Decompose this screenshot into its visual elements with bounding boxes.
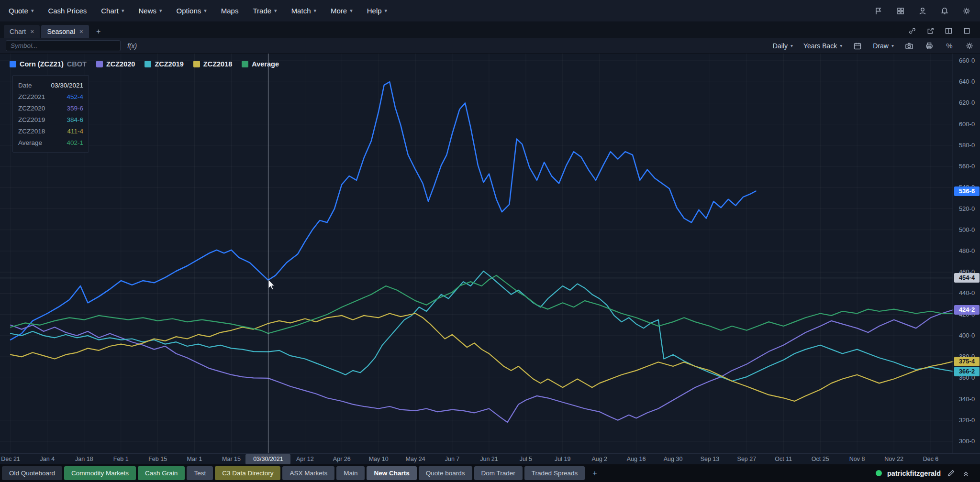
menu-item-options[interactable]: Options▾ (177, 7, 207, 15)
function-button[interactable]: f(x) (127, 42, 137, 50)
menu-item-match[interactable]: Match▾ (291, 7, 316, 15)
online-status-dot (876, 470, 882, 476)
notifications-icon[interactable] (940, 6, 949, 16)
price-badge-zcz2019: 366-2 (954, 367, 980, 376)
price-badge-zcz2018: 375-4 (954, 357, 980, 366)
link-icon[interactable] (907, 26, 917, 35)
symbol-input[interactable] (6, 40, 121, 51)
legend-item-zcz2020[interactable]: ZCZ2020 (96, 60, 135, 68)
chevron-down-icon: ▾ (31, 8, 34, 14)
workspace-tab-test[interactable]: Test (187, 466, 213, 480)
legend-label: Average (252, 60, 279, 68)
menu-label: Match (291, 7, 311, 15)
username[interactable]: patrickfitzgerald (887, 470, 941, 477)
workspace-tab-commodity-markets[interactable]: Commodity Markets (64, 466, 136, 480)
menu-item-maps[interactable]: Maps (221, 7, 239, 15)
chevron-down-icon: ▾ (159, 8, 162, 14)
menu-item-cash-prices[interactable]: Cash Prices (48, 7, 87, 15)
draw-dropdown[interactable]: Draw▾ (873, 42, 894, 50)
price-tick: 500-0 (953, 226, 980, 233)
edit-icon[interactable] (946, 469, 956, 478)
tooltip-row-zcz2019: ZCZ2019384-6 (18, 114, 83, 125)
workspace-tab-main[interactable]: Main (336, 466, 365, 480)
maximize-icon[interactable] (962, 26, 971, 35)
main-menu: Quote▾Cash PricesChart▾News▾Options▾Maps… (9, 7, 387, 15)
crosshair-tooltip: Date03/30/2021ZCZ2021452-4ZCZ2020359-6ZC… (12, 75, 89, 153)
top-menubar: Quote▾Cash PricesChart▾News▾Options▾Maps… (0, 0, 980, 22)
open-external-icon[interactable] (925, 26, 935, 35)
tab-chart[interactable]: Chart× (4, 25, 40, 38)
chevron-down-icon: ▾ (274, 8, 277, 14)
panels-icon[interactable] (944, 26, 953, 35)
tab-seasonal[interactable]: Seasonal× (41, 25, 89, 38)
legend-label: ZCZ2020 (106, 60, 135, 68)
apps-grid-icon[interactable] (896, 6, 905, 16)
print-icon[interactable] (924, 41, 934, 51)
tooltip-label: ZCZ2021 (18, 93, 45, 100)
seasonal-chart-area[interactable]: Corn (ZCZ21)CBOTZCZ2020ZCZ2019ZCZ2018Ave… (0, 54, 980, 453)
chevron-down-icon: ▾ (313, 8, 316, 14)
interval-dropdown[interactable]: Daily▾ (773, 42, 793, 50)
price-tick: 520-0 (953, 205, 980, 212)
user-cluster: patrickfitzgerald (876, 469, 978, 478)
workspace-tab-dom-trader[interactable]: Dom Trader (474, 466, 523, 480)
legend-item-average[interactable]: Average (242, 60, 279, 68)
menu-label: More (331, 7, 347, 15)
price-axis[interactable]: 660-0640-0620-0600-0580-0560-0540-0520-0… (953, 54, 980, 453)
chevron-down-icon: ▾ (385, 8, 388, 14)
chart-settings-icon[interactable] (965, 41, 974, 51)
menu-label: Maps (221, 7, 239, 15)
collapse-up-icon[interactable] (961, 469, 970, 478)
user-icon[interactable] (918, 6, 927, 16)
close-icon[interactable]: × (79, 28, 83, 35)
workspace-tab-new-charts[interactable]: New Charts (367, 466, 416, 480)
price-tick: 320-0 (953, 416, 980, 424)
menu-item-trade[interactable]: Trade▾ (253, 7, 277, 15)
tooltip-label: Average (18, 139, 42, 146)
years-back-dropdown[interactable]: Years Back▾ (803, 42, 842, 50)
flag-icon[interactable] (874, 6, 883, 16)
close-icon[interactable]: × (30, 28, 34, 35)
price-tick: 580-0 (953, 142, 980, 149)
date-axis[interactable]: Dec 21Jan 4Jan 18Feb 1Feb 15Mar 1Mar 150… (0, 453, 980, 464)
series-zcz2018 (11, 314, 953, 402)
chevron-down-icon: ▾ (791, 43, 793, 48)
series-average (11, 275, 953, 333)
seasonal-chart-canvas[interactable] (0, 54, 980, 453)
chart-legend: Corn (ZCZ21)CBOTZCZ2020ZCZ2019ZCZ2018Ave… (10, 60, 279, 68)
series-zcz2019 (11, 271, 953, 381)
percent-change-icon[interactable]: % (945, 41, 954, 51)
legend-swatch (96, 61, 103, 67)
legend-item-corn-zcz21[interactable]: Corn (ZCZ21)CBOT (10, 60, 87, 68)
camera-icon[interactable] (904, 41, 914, 51)
menu-item-chart[interactable]: Chart▾ (101, 7, 124, 15)
price-badge-zcz2020: 424-2 (954, 305, 980, 315)
settings-icon[interactable] (962, 6, 971, 16)
legend-swatch (193, 61, 200, 67)
workspace-tabs: Old QuoteboardCommodity MarketsCash Grai… (2, 466, 585, 480)
menu-item-more[interactable]: More▾ (331, 7, 353, 15)
workspace-tab-old-quoteboard[interactable]: Old Quoteboard (2, 466, 62, 480)
workspace-tab-c3-data-directory[interactable]: C3 Data Directory (215, 466, 280, 480)
calendar-icon[interactable] (853, 41, 862, 51)
workspace-tab-traded-spreads[interactable]: Traded Spreads (524, 466, 585, 480)
menu-item-quote[interactable]: Quote▾ (9, 7, 33, 15)
legend-item-zcz2019[interactable]: ZCZ2019 (145, 60, 183, 68)
add-workspace-button[interactable]: + (587, 469, 602, 478)
tooltip-label: ZCZ2018 (18, 128, 45, 135)
menu-label: News (138, 7, 156, 15)
chevron-down-icon: ▾ (350, 8, 353, 14)
legend-swatch (242, 61, 248, 67)
workspace-tab-cash-grain[interactable]: Cash Grain (138, 466, 185, 480)
chart-tabs: Chart×Seasonal× (4, 25, 90, 38)
legend-item-zcz2018[interactable]: ZCZ2018 (193, 60, 232, 68)
menu-item-news[interactable]: News▾ (138, 7, 162, 15)
menu-item-help[interactable]: Help▾ (367, 7, 387, 15)
tooltip-value: 411-4 (67, 128, 83, 135)
workspace-tab-quote-boards[interactable]: Quote boards (419, 466, 472, 480)
legend-label: ZCZ2019 (155, 60, 183, 68)
price-badge-zcz2021: 536-6 (954, 186, 980, 196)
workspace-tab-asx-markets[interactable]: ASX Markets (282, 466, 334, 480)
price-tick: 480-0 (953, 247, 980, 254)
add-tab-button[interactable]: + (90, 25, 106, 38)
